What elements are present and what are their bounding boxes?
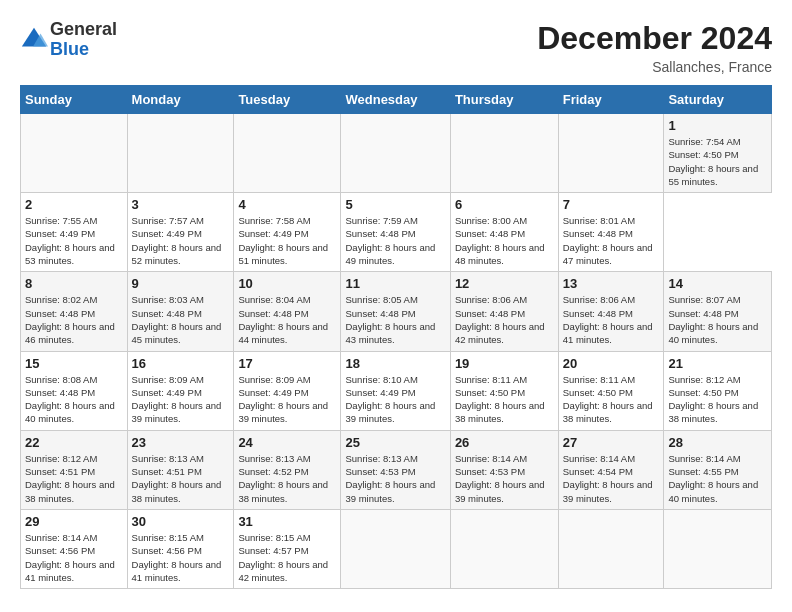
day-number: 5 xyxy=(345,197,445,212)
day-info: Sunrise: 7:55 AMSunset: 4:49 PMDaylight:… xyxy=(25,214,123,267)
day-info: Sunrise: 8:12 AMSunset: 4:51 PMDaylight:… xyxy=(25,452,123,505)
day-number: 13 xyxy=(563,276,660,291)
calendar-day-cell: 20Sunrise: 8:11 AMSunset: 4:50 PMDayligh… xyxy=(558,351,664,430)
calendar-header-row: SundayMondayTuesdayWednesdayThursdayFrid… xyxy=(21,86,772,114)
calendar-day-cell: 10Sunrise: 8:04 AMSunset: 4:48 PMDayligh… xyxy=(234,272,341,351)
calendar-empty-cell xyxy=(450,114,558,193)
calendar-day-cell: 24Sunrise: 8:13 AMSunset: 4:52 PMDayligh… xyxy=(234,430,341,509)
day-number: 9 xyxy=(132,276,230,291)
calendar-empty-cell xyxy=(664,509,772,588)
calendar-day-cell: 28Sunrise: 8:14 AMSunset: 4:55 PMDayligh… xyxy=(664,430,772,509)
day-number: 28 xyxy=(668,435,767,450)
day-number: 6 xyxy=(455,197,554,212)
location: Sallanches, France xyxy=(537,59,772,75)
calendar-empty-cell xyxy=(341,509,450,588)
month-title: December 2024 xyxy=(537,20,772,57)
day-number: 14 xyxy=(668,276,767,291)
day-of-week-header: Sunday xyxy=(21,86,128,114)
day-number: 19 xyxy=(455,356,554,371)
day-info: Sunrise: 8:09 AMSunset: 4:49 PMDaylight:… xyxy=(132,373,230,426)
calendar-day-cell: 25Sunrise: 8:13 AMSunset: 4:53 PMDayligh… xyxy=(341,430,450,509)
calendar-empty-cell xyxy=(234,114,341,193)
calendar-day-cell: 16Sunrise: 8:09 AMSunset: 4:49 PMDayligh… xyxy=(127,351,234,430)
day-info: Sunrise: 8:14 AMSunset: 4:55 PMDaylight:… xyxy=(668,452,767,505)
logo-blue: Blue xyxy=(50,40,117,60)
day-info: Sunrise: 8:11 AMSunset: 4:50 PMDaylight:… xyxy=(563,373,660,426)
calendar-week-row: 1Sunrise: 7:54 AMSunset: 4:50 PMDaylight… xyxy=(21,114,772,193)
calendar-day-cell: 15Sunrise: 8:08 AMSunset: 4:48 PMDayligh… xyxy=(21,351,128,430)
calendar-day-cell: 8Sunrise: 8:02 AMSunset: 4:48 PMDaylight… xyxy=(21,272,128,351)
calendar-day-cell: 26Sunrise: 8:14 AMSunset: 4:53 PMDayligh… xyxy=(450,430,558,509)
calendar-day-cell: 6Sunrise: 8:00 AMSunset: 4:48 PMDaylight… xyxy=(450,193,558,272)
calendar-empty-cell xyxy=(21,114,128,193)
day-info: Sunrise: 8:10 AMSunset: 4:49 PMDaylight:… xyxy=(345,373,445,426)
day-info: Sunrise: 8:12 AMSunset: 4:50 PMDaylight:… xyxy=(668,373,767,426)
logo-general: General xyxy=(50,20,117,40)
day-number: 27 xyxy=(563,435,660,450)
logo-text: General Blue xyxy=(50,20,117,60)
day-info: Sunrise: 8:13 AMSunset: 4:52 PMDaylight:… xyxy=(238,452,336,505)
calendar-week-row: 8Sunrise: 8:02 AMSunset: 4:48 PMDaylight… xyxy=(21,272,772,351)
day-of-week-header: Friday xyxy=(558,86,664,114)
day-info: Sunrise: 8:08 AMSunset: 4:48 PMDaylight:… xyxy=(25,373,123,426)
calendar-day-cell: 17Sunrise: 8:09 AMSunset: 4:49 PMDayligh… xyxy=(234,351,341,430)
calendar-day-cell: 30Sunrise: 8:15 AMSunset: 4:56 PMDayligh… xyxy=(127,509,234,588)
day-number: 2 xyxy=(25,197,123,212)
day-of-week-header: Thursday xyxy=(450,86,558,114)
calendar-day-cell: 19Sunrise: 8:11 AMSunset: 4:50 PMDayligh… xyxy=(450,351,558,430)
day-info: Sunrise: 8:06 AMSunset: 4:48 PMDaylight:… xyxy=(455,293,554,346)
calendar-day-cell: 13Sunrise: 8:06 AMSunset: 4:48 PMDayligh… xyxy=(558,272,664,351)
day-info: Sunrise: 7:58 AMSunset: 4:49 PMDaylight:… xyxy=(238,214,336,267)
calendar-day-cell: 1Sunrise: 7:54 AMSunset: 4:50 PMDaylight… xyxy=(664,114,772,193)
logo: General Blue xyxy=(20,20,117,60)
day-info: Sunrise: 8:07 AMSunset: 4:48 PMDaylight:… xyxy=(668,293,767,346)
day-number: 20 xyxy=(563,356,660,371)
calendar-day-cell: 23Sunrise: 8:13 AMSunset: 4:51 PMDayligh… xyxy=(127,430,234,509)
calendar-empty-cell xyxy=(558,114,664,193)
calendar-day-cell: 11Sunrise: 8:05 AMSunset: 4:48 PMDayligh… xyxy=(341,272,450,351)
calendar-empty-cell xyxy=(450,509,558,588)
day-number: 1 xyxy=(668,118,767,133)
day-number: 21 xyxy=(668,356,767,371)
day-of-week-header: Saturday xyxy=(664,86,772,114)
day-number: 7 xyxy=(563,197,660,212)
day-number: 23 xyxy=(132,435,230,450)
day-of-week-header: Monday xyxy=(127,86,234,114)
day-info: Sunrise: 8:14 AMSunset: 4:56 PMDaylight:… xyxy=(25,531,123,584)
calendar-day-cell: 12Sunrise: 8:06 AMSunset: 4:48 PMDayligh… xyxy=(450,272,558,351)
day-info: Sunrise: 8:01 AMSunset: 4:48 PMDaylight:… xyxy=(563,214,660,267)
day-of-week-header: Wednesday xyxy=(341,86,450,114)
day-info: Sunrise: 8:14 AMSunset: 4:53 PMDaylight:… xyxy=(455,452,554,505)
page-header: General Blue December 2024 Sallanches, F… xyxy=(20,20,772,75)
day-number: 25 xyxy=(345,435,445,450)
logo-icon xyxy=(20,26,48,54)
day-number: 15 xyxy=(25,356,123,371)
day-info: Sunrise: 8:03 AMSunset: 4:48 PMDaylight:… xyxy=(132,293,230,346)
calendar-week-row: 29Sunrise: 8:14 AMSunset: 4:56 PMDayligh… xyxy=(21,509,772,588)
calendar-day-cell: 31Sunrise: 8:15 AMSunset: 4:57 PMDayligh… xyxy=(234,509,341,588)
calendar-day-cell: 2Sunrise: 7:55 AMSunset: 4:49 PMDaylight… xyxy=(21,193,128,272)
title-block: December 2024 Sallanches, France xyxy=(537,20,772,75)
day-info: Sunrise: 8:13 AMSunset: 4:53 PMDaylight:… xyxy=(345,452,445,505)
day-info: Sunrise: 8:15 AMSunset: 4:57 PMDaylight:… xyxy=(238,531,336,584)
calendar-day-cell: 18Sunrise: 8:10 AMSunset: 4:49 PMDayligh… xyxy=(341,351,450,430)
day-number: 3 xyxy=(132,197,230,212)
day-info: Sunrise: 8:15 AMSunset: 4:56 PMDaylight:… xyxy=(132,531,230,584)
calendar-week-row: 15Sunrise: 8:08 AMSunset: 4:48 PMDayligh… xyxy=(21,351,772,430)
calendar-week-row: 2Sunrise: 7:55 AMSunset: 4:49 PMDaylight… xyxy=(21,193,772,272)
day-info: Sunrise: 8:05 AMSunset: 4:48 PMDaylight:… xyxy=(345,293,445,346)
day-info: Sunrise: 8:14 AMSunset: 4:54 PMDaylight:… xyxy=(563,452,660,505)
day-info: Sunrise: 7:57 AMSunset: 4:49 PMDaylight:… xyxy=(132,214,230,267)
calendar-empty-cell xyxy=(341,114,450,193)
calendar-week-row: 22Sunrise: 8:12 AMSunset: 4:51 PMDayligh… xyxy=(21,430,772,509)
day-number: 8 xyxy=(25,276,123,291)
day-number: 24 xyxy=(238,435,336,450)
day-number: 31 xyxy=(238,514,336,529)
calendar-day-cell: 29Sunrise: 8:14 AMSunset: 4:56 PMDayligh… xyxy=(21,509,128,588)
day-info: Sunrise: 8:00 AMSunset: 4:48 PMDaylight:… xyxy=(455,214,554,267)
calendar-empty-cell xyxy=(127,114,234,193)
day-number: 17 xyxy=(238,356,336,371)
day-info: Sunrise: 8:04 AMSunset: 4:48 PMDaylight:… xyxy=(238,293,336,346)
day-number: 22 xyxy=(25,435,123,450)
day-info: Sunrise: 8:06 AMSunset: 4:48 PMDaylight:… xyxy=(563,293,660,346)
